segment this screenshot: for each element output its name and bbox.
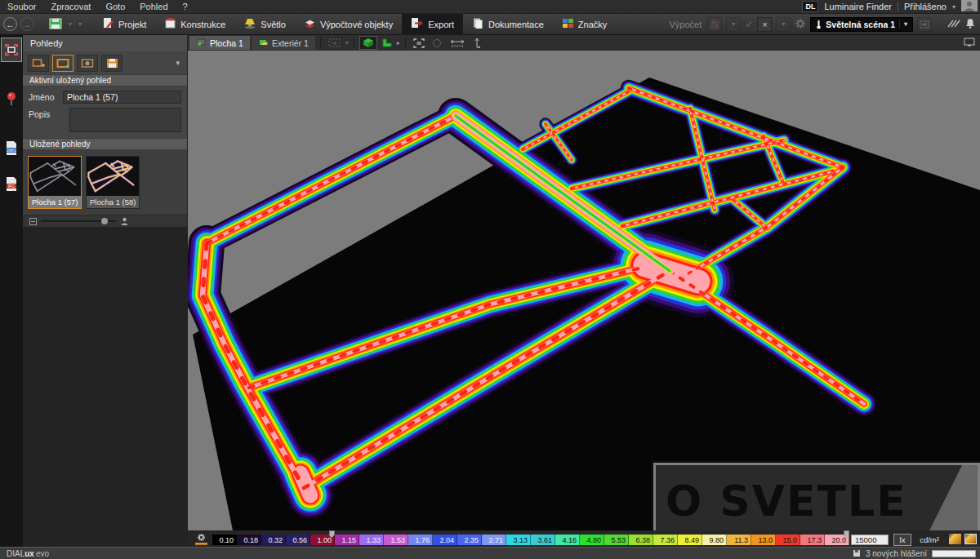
view-icon — [258, 38, 269, 48]
scale-max-input[interactable]: 15000 — [851, 535, 889, 545]
app-brand: DIALuxevo — [0, 549, 49, 558]
slider-handle[interactable] — [101, 218, 108, 224]
construction-box-icon — [164, 17, 176, 31]
unit-cdm2-button[interactable]: cd/m² — [915, 534, 944, 546]
view-icon — [196, 38, 207, 48]
mode-tab-projekt[interactable]: Projekt — [93, 14, 155, 35]
chevron-down-icon[interactable]: ▾ — [176, 59, 182, 67]
status-progress-box — [932, 550, 976, 557]
scale-swatch: 4.80 — [580, 535, 604, 545]
avatar[interactable] — [961, 0, 978, 13]
status-bar: DIALuxevo 3 nových hlášení — [0, 547, 980, 559]
export-arrow-icon — [411, 17, 424, 31]
render-viewport[interactable]: O SVETLE O SVETLE — [188, 51, 980, 530]
dialux-logo-badge: DL — [802, 1, 818, 12]
scale-swatch: 7.36 — [653, 535, 678, 545]
dwg-import-tool[interactable]: DWG — [1, 135, 22, 160]
description-label: Popis — [29, 108, 69, 119]
luminaire-finder-link[interactable]: Luminaire Finder — [824, 2, 892, 11]
chevron-down-icon[interactable]: ▾ — [952, 3, 956, 11]
gear-icon[interactable] — [795, 18, 806, 31]
menu-item[interactable]: Zpracovat — [43, 2, 98, 11]
zoom-out-icon[interactable] — [29, 218, 37, 225]
view-name-input[interactable] — [63, 91, 181, 104]
thumbnail-size-slider[interactable] — [41, 220, 116, 222]
view-3d-button[interactable] — [359, 36, 377, 50]
bulb-icon — [816, 20, 822, 29]
view-buttons-row: ▾ — [23, 51, 187, 74]
unit-lx-button[interactable]: lx — [893, 534, 911, 546]
chevron-down-icon[interactable]: ▾ — [78, 20, 82, 28]
camera-view-button[interactable] — [77, 55, 98, 72]
fit-view-icon[interactable] — [411, 36, 427, 50]
menu-item[interactable]: ? — [176, 2, 195, 11]
calc-objects-icon — [304, 17, 316, 31]
false-color-scale-bar: 0.100.180.320.561.001.151.331.531.762.04… — [188, 530, 980, 547]
save-view-button[interactable] — [101, 55, 122, 72]
mode-tab-značky[interactable]: Značky — [553, 14, 616, 35]
messages-count[interactable]: 3 nových hlášení — [866, 549, 927, 558]
light-scene-select[interactable]: Světelná scéna 1 ▾ — [810, 17, 913, 32]
view-description-input[interactable] — [69, 108, 181, 132]
scale-swatch: 15.0 — [776, 535, 800, 545]
viewport-tab-exteriér-1[interactable]: Exteriér 1 — [252, 36, 315, 50]
thumbnail-label: Plocha 1 (57) — [29, 196, 81, 208]
current-view-button[interactable] — [52, 55, 74, 72]
person-icon[interactable] — [120, 217, 129, 225]
lamp-icon — [243, 17, 256, 31]
gradient-style-button-selected[interactable] — [964, 534, 977, 544]
viewport-tabs: Plocha 1Exteriér 1 — [189, 36, 315, 50]
cancel-icon[interactable]: × — [757, 17, 772, 32]
menu-item[interactable]: Pohled — [132, 2, 175, 11]
measure-vertical-icon[interactable] — [470, 36, 486, 50]
mode-tab-světlo[interactable]: Světlo — [234, 14, 295, 35]
viewport-tab-bar: Plocha 1Exteriér 1 ▾ ▸ — [188, 35, 980, 51]
chevron-down-icon[interactable]: ▾ — [345, 39, 349, 47]
scale-swatch: 1.33 — [359, 535, 384, 545]
scale-swatch: 3.61 — [531, 535, 555, 545]
measure-horizontal-icon[interactable] — [447, 36, 468, 50]
mode-tab-export[interactable]: Export — [402, 14, 463, 35]
add-view-button[interactable] — [28, 55, 49, 72]
rotate-view-icon[interactable] — [429, 36, 445, 50]
viewport-tab-plocha-1[interactable]: Plocha 1 — [189, 36, 250, 50]
scale-swatch: 0.32 — [261, 535, 286, 545]
hatch-display-icon[interactable] — [947, 20, 961, 29]
save-icon[interactable] — [49, 18, 62, 31]
scale-swatch: 0.18 — [237, 535, 261, 545]
check-icon: ✓ — [745, 19, 753, 30]
view-plan-button[interactable] — [379, 36, 395, 50]
forward-button[interactable]: → — [20, 17, 34, 31]
mode-tab-konstrukce[interactable]: Konstrukce — [155, 14, 234, 35]
scale-settings-button[interactable] — [191, 532, 211, 545]
menu-item[interactable]: Goto — [98, 2, 132, 11]
panel-title: Pohledy — [23, 35, 187, 51]
notifications-bell-icon[interactable] — [965, 18, 975, 30]
cancel-dropdown[interactable]: ▾ — [776, 17, 791, 32]
mode-tab-dokumentace[interactable]: Dokumentace — [463, 14, 553, 35]
compute-icon[interactable] — [707, 17, 722, 32]
back-button[interactable]: ← — [3, 17, 17, 31]
view-frame-tool[interactable] — [1, 38, 22, 62]
login-status[interactable]: Přihlášeno — [904, 2, 947, 11]
ifc-import-tool[interactable]: IFC — [1, 171, 22, 196]
mode-tab-výpočtové-objekty[interactable]: Výpočtové objekty — [295, 14, 402, 35]
saved-view-thumbnail[interactable]: Plocha 1 (57) — [28, 156, 82, 209]
views-panel: Pohledy ▾ Aktivní uložený pohled Jméno P… — [23, 35, 188, 547]
menu-item[interactable]: Soubor — [0, 2, 43, 11]
saved-view-thumbnail[interactable]: Plocha 1 (58) — [86, 156, 140, 209]
scene-preview-button[interactable] — [917, 17, 932, 32]
scale-swatch: 1.76 — [408, 535, 433, 545]
false-color-rendering — [188, 51, 980, 530]
panel-empty-area — [23, 227, 187, 547]
saved-views-list: Plocha 1 (57)Plocha 1 (58) — [23, 150, 187, 215]
selection-rect-icon[interactable] — [326, 36, 344, 50]
marker-pin-tool[interactable] — [1, 87, 22, 111]
chevron-down-icon[interactable]: ▾ — [69, 20, 72, 28]
display-settings-icon[interactable] — [964, 38, 975, 48]
compute-dropdown[interactable]: ▾ — [726, 17, 741, 32]
gradient-style-button[interactable] — [949, 534, 961, 544]
chevron-right-icon[interactable]: ▸ — [397, 39, 400, 47]
messages-disk-icon[interactable] — [853, 549, 861, 557]
scale-swatch: 0.10 — [212, 535, 237, 545]
